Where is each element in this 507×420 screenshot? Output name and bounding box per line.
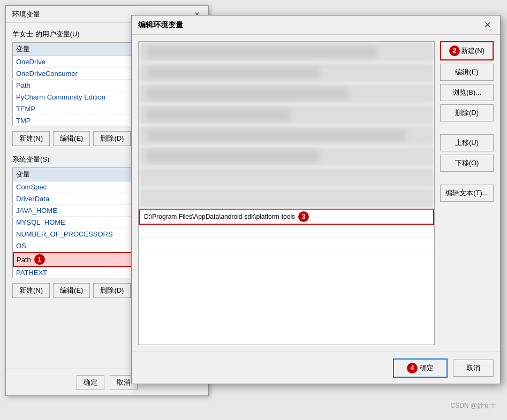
list-item[interactable] xyxy=(139,125,434,146)
system-delete-button[interactable]: 删除(D) xyxy=(93,283,131,298)
new-btn-label: 新建(N) xyxy=(461,46,485,56)
list-item[interactable] xyxy=(139,167,434,188)
list-item[interactable] xyxy=(139,238,434,250)
ok-btn-label: 确定 xyxy=(420,363,434,373)
right-buttons: 2 新建(N) 编辑(E) 浏览(B)... 删除(D) 上移(U) 下移(O)… xyxy=(440,41,494,345)
path-row-label: Path xyxy=(17,256,31,264)
main-dialog-title: 编辑环境变量 xyxy=(138,20,183,30)
watermark: CSDN @妙女士 xyxy=(450,401,496,410)
main-close-button[interactable]: ✕ xyxy=(481,19,494,32)
list-item[interactable] xyxy=(139,146,434,167)
user-new-button[interactable]: 新建(N) xyxy=(12,131,50,146)
list-item[interactable] xyxy=(139,83,434,104)
main-cancel-button[interactable]: 取消 xyxy=(453,360,494,377)
edit-text-button[interactable]: 编辑文本(T)... xyxy=(440,185,494,202)
user-delete-button[interactable]: 删除(D) xyxy=(93,131,131,146)
badge-4: 4 xyxy=(407,363,418,373)
edit-path-button[interactable]: 编辑(E) xyxy=(440,64,494,81)
active-path-item[interactable]: D:\Program Files\AppData\android-sdk\pla… xyxy=(139,209,434,225)
system-edit-button[interactable]: 编辑(E) xyxy=(53,283,90,298)
main-ok-button[interactable]: 4 确定 xyxy=(393,358,448,378)
system-new-button[interactable]: 新建(N) xyxy=(12,283,50,298)
main-dialog-titlebar: 编辑环境变量 ✕ xyxy=(132,16,500,35)
list-item[interactable] xyxy=(139,225,434,238)
new-path-button[interactable]: 2 新建(N) xyxy=(440,41,494,60)
main-dialog-body: D:\Program Files\AppData\android-sdk\pla… xyxy=(132,35,500,352)
list-item[interactable] xyxy=(139,104,434,125)
main-dialog-footer: 4 确定 取消 xyxy=(132,352,500,384)
bg-dialog-title: 环境变量 xyxy=(12,10,40,19)
badge-3: 3 xyxy=(298,211,309,222)
move-up-button[interactable]: 上移(U) xyxy=(440,134,494,151)
edit-env-dialog: 编辑环境变量 ✕ xyxy=(131,15,501,384)
bg-ok-button[interactable]: 确定 xyxy=(77,375,104,390)
list-item[interactable] xyxy=(139,42,434,63)
list-item[interactable] xyxy=(139,63,434,83)
badge-1: 1 xyxy=(34,254,45,265)
badge-2: 2 xyxy=(449,45,460,56)
active-path-text: D:\Program Files\AppData\android-sdk\pla… xyxy=(144,213,295,220)
move-down-button[interactable]: 下移(O) xyxy=(440,155,494,172)
browse-path-button[interactable]: 浏览(B)... xyxy=(440,84,494,101)
path-list-area: D:\Program Files\AppData\android-sdk\pla… xyxy=(138,41,435,345)
delete-path-button[interactable]: 删除(D) xyxy=(440,104,494,121)
list-item[interactable] xyxy=(139,188,434,209)
user-edit-button[interactable]: 编辑(E) xyxy=(53,131,90,146)
